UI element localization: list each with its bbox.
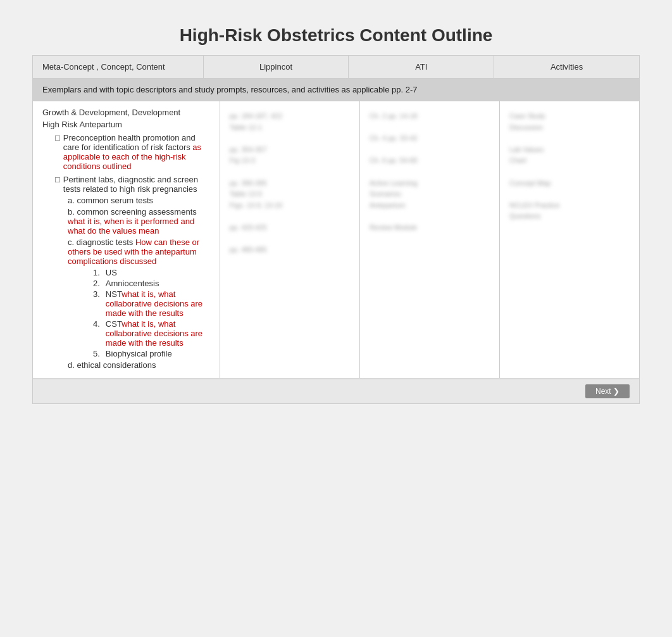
next-button[interactable]: Next ❯ <box>585 384 630 398</box>
header-row: Meta-Concept , Concept, Content Lippinco… <box>33 56 639 79</box>
growth-dev-label: Growth & Development, Development <box>42 108 210 117</box>
item2-b: b. common screening assessments what it … <box>68 207 210 236</box>
col-lippincot: pp. 184-187, 422 Table 12-1 pp. 354-357 … <box>220 101 360 378</box>
high-risk-label: High Risk Antepartum <box>42 120 210 129</box>
title-section: High-Risk Obstetrics Content Outline <box>0 13 672 55</box>
col-header-meta: Meta-Concept , Concept, Content <box>33 56 204 78</box>
item2-d: d. ethical considerations <box>68 360 210 370</box>
list-item-4: 4. CSTwhat it is, what collaborative dec… <box>93 319 210 348</box>
item2-c: c. diagnostic tests How can these or oth… <box>68 237 210 266</box>
col-activities: Case Study Discussion Lab Values Chart C… <box>500 101 639 378</box>
exemplar-text: Exemplars and with topic descriptors and… <box>42 85 418 94</box>
col-header-lippincot: Lippincot <box>204 56 349 78</box>
exemplar-row: Exemplars and with topic descriptors and… <box>33 79 639 101</box>
bullet-icon-2: □ <box>55 175 60 184</box>
ati-content-1: Ch. 2 pp. 14-18 Ch. 4 pp. 33-42 Ch. 6 pp… <box>370 108 490 237</box>
lippincot-content-1: pp. 184-187, 422 Table 12-1 pp. 354-357 … <box>230 108 350 259</box>
list-item-5: 5. Biophysical profile <box>93 349 210 358</box>
page-container: High-Risk Obstetrics Content Outline Met… <box>0 0 672 637</box>
list-item-1: 1. US <box>93 268 210 277</box>
footer-row: Next ❯ <box>33 379 639 403</box>
col-header-activities: Activities <box>494 56 639 78</box>
item2-text: Pertinent labs, diagnostic and screen te… <box>63 175 210 194</box>
bullet-icon-1: □ <box>55 133 60 142</box>
left-column: Growth & Development, Development High R… <box>33 101 220 378</box>
item1-text: Preconception health promotion and care … <box>63 133 210 171</box>
outline-item-2: □ Pertinent labs, diagnostic and screen … <box>42 175 210 194</box>
content-row: Growth & Development, Development High R… <box>33 101 639 379</box>
right-columns: pp. 184-187, 422 Table 12-1 pp. 354-357 … <box>220 101 639 378</box>
list-item-2: 2. Amniocentesis <box>93 279 210 288</box>
numbered-items: 1. US 2. Amniocentesis 3. NSTwhat it is,… <box>68 268 210 358</box>
outline-item-1: □ Preconception health promotion and car… <box>42 133 210 171</box>
item2-subs: a. common serum tests b. common screenin… <box>42 196 210 370</box>
item2-a: a. common serum tests <box>68 196 210 205</box>
list-item-3: 3. NSTwhat it is, what collaborative dec… <box>93 289 210 318</box>
col-header-ati: ATI <box>349 56 494 78</box>
main-content: Meta-Concept , Concept, Content Lippinco… <box>32 55 640 404</box>
col-ati: Ch. 2 pp. 14-18 Ch. 4 pp. 33-42 Ch. 6 pp… <box>360 101 500 378</box>
activities-content-1: Case Study Discussion Lab Values Chart C… <box>509 108 630 225</box>
page-title: High-Risk Obstetrics Content Outline <box>0 25 672 46</box>
